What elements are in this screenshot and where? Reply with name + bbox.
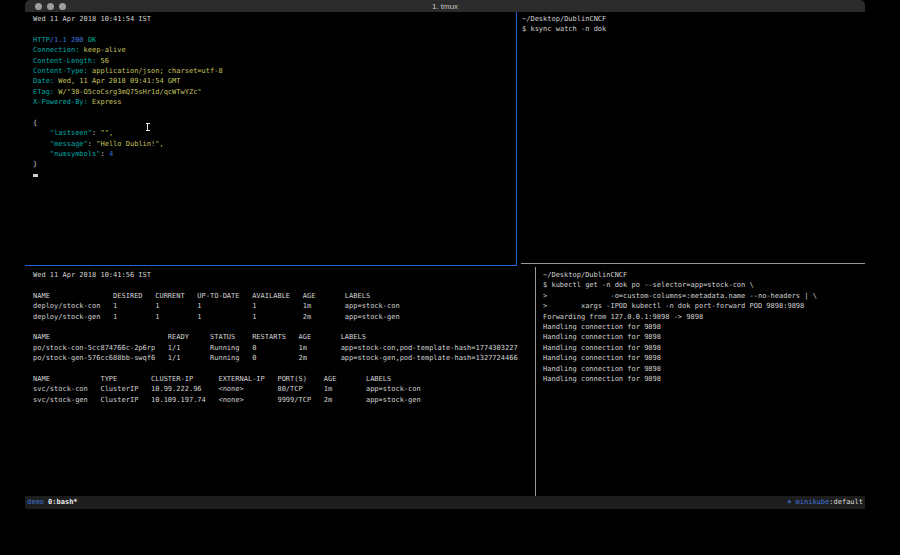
http-protocol: HTTP	[33, 36, 50, 44]
terminal-line: Handling connection for 9898	[543, 374, 817, 384]
pane-ksync[interactable]: ~/Desktop/DublinCNCF$ ksync watch -n dok	[522, 14, 606, 35]
mouse-cursor-ibeam	[147, 123, 148, 131]
status-right: ⎈ minikube:default	[787, 496, 863, 509]
kubectl-resources-output: NAME DESIRED CURRENT UP-TO-DATE AVAILABL…	[33, 291, 518, 405]
cursor-line	[33, 170, 223, 180]
status-left: demo 0:bash*	[27, 496, 78, 509]
terminal-line: $ ksync watch -n dok	[522, 24, 606, 34]
http-header-line: Connection: keep-alive	[33, 45, 223, 55]
table-row: deploy/stock-con 1 1 1 1 1m app=stock-co…	[33, 301, 518, 311]
json-field-line: "lastseen": "",	[33, 128, 223, 138]
json-body-fields: "lastseen": "", "message": "Hello Dublin…	[33, 128, 223, 159]
blank-line	[33, 280, 518, 290]
window-title: 1. tmux	[25, 2, 865, 11]
blank-line	[33, 322, 518, 332]
window-titlebar[interactable]: 1. tmux	[25, 0, 865, 12]
terminal-line: > xargs -IPOD kubectl -n dok port-forwar…	[543, 301, 817, 311]
terminal-line: Handling connection for 9898	[543, 332, 817, 342]
terminal-line: > -o=custom-columns=:metadata.name --no-…	[543, 291, 817, 301]
http-version-status: /1.1 200	[50, 36, 84, 44]
terminal-line: ~/Desktop/DublinCNCF	[522, 14, 606, 24]
blank-line	[33, 364, 518, 374]
tmux-status-bar: demo 0:bash* ⎈ minikube:default	[25, 496, 865, 509]
table-header-line: NAME DESIRED CURRENT UP-TO-DATE AVAILABL…	[33, 291, 518, 301]
pane-border-horizontal	[521, 263, 865, 264]
http-headers: Connection: keep-aliveContent-Length: 56…	[33, 45, 223, 107]
terminal-line: Forwarding from 127.0.0.1:9898 -> 9898	[543, 312, 817, 322]
terminal-line: ~/Desktop/DublinCNCF	[543, 270, 817, 280]
terminal-line: Handling connection for 9898	[543, 353, 817, 363]
http-reason: OK	[84, 36, 97, 44]
json-close-brace: }	[33, 159, 223, 169]
http-header-line: X-Powered-By: Express	[33, 97, 223, 107]
terminal-window: 1. tmux Wed 11 Apr 2018 10:41:54 IST HTT…	[25, 0, 865, 513]
terminal-line: Handling connection for 9898	[543, 322, 817, 332]
blank-line	[33, 108, 223, 118]
pane-http-response[interactable]: Wed 11 Apr 2018 10:41:54 IST HTTP/1.1 20…	[33, 14, 223, 180]
pane-kubectl-get[interactable]: Wed 11 Apr 2018 10:41:56 IST NAME DESIRE…	[33, 270, 518, 405]
kube-namespace: :default	[829, 498, 863, 506]
table-header-line: NAME READY STATUS RESTARTS AGE LABELS	[33, 332, 518, 342]
http-header-line: Content-Type: application/json; charset=…	[33, 66, 223, 76]
blank-line	[33, 24, 223, 34]
json-open-brace: {	[33, 118, 223, 128]
terminal-line: Handling connection for 9898	[543, 364, 817, 374]
port-forward-output: ~/Desktop/DublinCNCF$ kubectl get -n dok…	[543, 270, 817, 384]
json-field-line: "numsymbols": 4	[33, 149, 223, 159]
session-name: demo	[27, 498, 44, 506]
pane-border-vertical	[535, 267, 536, 496]
text-cursor	[33, 174, 38, 177]
window-tab-bash[interactable]: 0:bash*	[48, 498, 78, 506]
table-row: po/stock-con-5cc874766c-2p6rp 1/1 Runnin…	[33, 343, 518, 353]
terminal-line: $ kubectl get -n dok po --selector=app=s…	[543, 280, 817, 290]
pane-port-forward[interactable]: ~/Desktop/DublinCNCF$ kubectl get -n dok…	[543, 270, 817, 384]
table-row: po/stock-gen-576cc688bb-swqf6 1/1 Runnin…	[33, 353, 518, 363]
table-row: svc/stock-con ClusterIP 10.99.222.96 <no…	[33, 384, 518, 394]
active-pane-border-horizontal	[25, 265, 517, 266]
table-row: svc/stock-gen ClusterIP 10.109.197.74 <n…	[33, 395, 518, 405]
http-header-line: ETag: W/"38-O5coCsrg3mQ75sHr1d/qcWTwYZc"	[33, 87, 223, 97]
table-row: deploy/stock-gen 1 1 1 1 2m app=stock-ge…	[33, 312, 518, 322]
table-header-line: NAME TYPE CLUSTER-IP EXTERNAL-IP PORT(S)…	[33, 374, 518, 384]
pane-timestamp: Wed 11 Apr 2018 10:41:54 IST	[33, 14, 223, 24]
pane-timestamp: Wed 11 Apr 2018 10:41:56 IST	[33, 270, 518, 280]
http-header-line: Content-Length: 56	[33, 56, 223, 66]
ksync-output: ~/Desktop/DublinCNCF$ ksync watch -n dok	[522, 14, 606, 35]
kube-context: minikube	[796, 498, 830, 506]
terminal-line: Handling connection for 9898	[543, 343, 817, 353]
active-pane-border-vertical	[516, 12, 517, 265]
http-status-line: HTTP/1.1 200 OK	[33, 35, 223, 45]
json-field-line: "message": "Hello Dublin!",	[33, 139, 223, 149]
http-header-line: Date: Wed, 11 Apr 2018 09:41:54 GMT	[33, 76, 223, 86]
